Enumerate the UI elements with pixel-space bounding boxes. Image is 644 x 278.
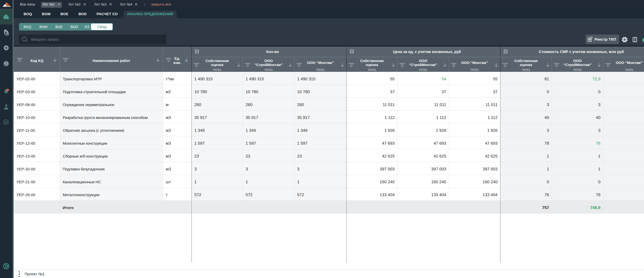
svg-text:X: X bbox=[644, 38, 644, 42]
